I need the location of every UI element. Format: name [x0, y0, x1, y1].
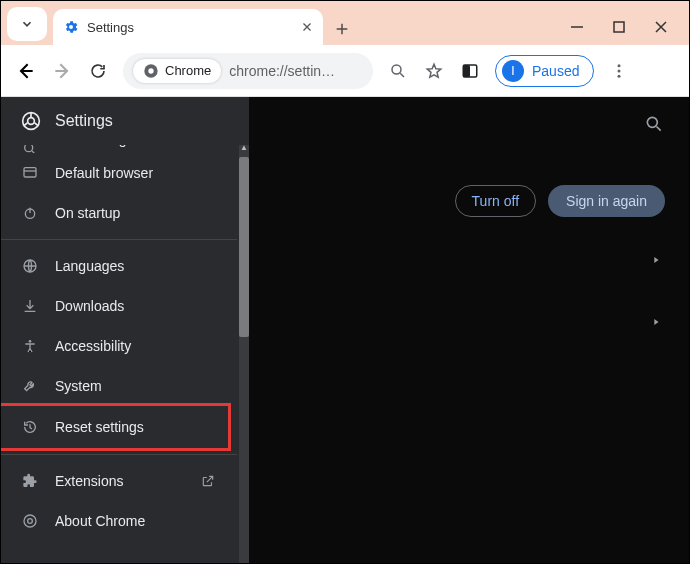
chrome-icon — [143, 63, 159, 79]
divider — [1, 454, 237, 455]
sidebar-item-reset-settings[interactable]: Reset settings — [1, 406, 228, 448]
chrome-icon — [21, 512, 39, 530]
svg-point-17 — [28, 519, 33, 524]
extension-icon — [21, 472, 39, 490]
sidebar-item-label: Default browser — [55, 165, 217, 181]
setting-row-chevron[interactable] — [651, 255, 661, 265]
svg-point-11 — [25, 145, 33, 152]
download-icon — [21, 297, 39, 315]
search-icon — [21, 145, 39, 153]
sidebar-item-accessibility[interactable]: Accessibility — [1, 326, 237, 366]
svg-point-8 — [618, 74, 621, 77]
chevron-right-icon — [651, 317, 661, 327]
search-icon — [644, 114, 664, 134]
svg-point-7 — [618, 69, 621, 72]
window-controls — [567, 17, 689, 45]
globe-icon — [21, 257, 39, 275]
divider — [1, 239, 237, 240]
chrome-logo-icon — [21, 111, 41, 131]
highlight-annotation: Reset settings — [1, 403, 231, 451]
turn-off-button[interactable]: Turn off — [455, 185, 536, 217]
svg-point-6 — [618, 64, 621, 67]
address-bar[interactable]: Chrome chrome://settin… — [123, 53, 373, 89]
sidebar-item-default-browser[interactable]: Default browser — [1, 153, 237, 193]
avatar: I — [502, 60, 524, 82]
sidebar-item-label: Downloads — [55, 298, 217, 314]
maximize-button[interactable] — [609, 17, 629, 37]
profile-paused-chip[interactable]: I Paused — [495, 55, 594, 87]
minimize-button[interactable] — [567, 17, 587, 37]
external-link-icon — [199, 472, 217, 490]
sign-in-again-button[interactable]: Sign in again — [548, 185, 665, 217]
side-panel-icon[interactable] — [459, 60, 481, 82]
site-info-chip[interactable]: Chrome — [133, 59, 221, 83]
svg-point-3 — [392, 65, 401, 74]
search-settings-button[interactable] — [643, 113, 665, 135]
browser-icon — [21, 164, 39, 182]
plus-icon — [334, 21, 350, 37]
gear-icon — [63, 19, 79, 35]
sidebar-item-label: On startup — [55, 205, 217, 221]
svg-rect-12 — [24, 168, 36, 177]
url-text: chrome://settin… — [229, 63, 363, 79]
sidebar-item-about-chrome[interactable]: About Chrome — [1, 501, 237, 541]
back-button[interactable] — [15, 60, 37, 82]
sidebar-item-label: About Chrome — [55, 513, 217, 529]
site-info-text: Chrome — [165, 63, 211, 78]
sidebar-item-search-engine[interactable]: Search engine — [1, 145, 237, 153]
settings-content: Settings ▲ Search engine Default browser — [1, 97, 689, 563]
settings-sidebar: Settings ▲ Search engine Default browser — [1, 97, 249, 563]
sync-action-row: Turn off Sign in again — [455, 185, 665, 217]
paused-label: Paused — [532, 63, 579, 79]
svg-point-10 — [28, 118, 35, 125]
dots-vertical-icon — [610, 62, 628, 80]
forward-button[interactable] — [51, 60, 73, 82]
scroll-up-arrow-icon[interactable]: ▲ — [240, 145, 248, 152]
sidebar-item-system[interactable]: System — [1, 366, 237, 406]
sidebar-item-label: Extensions — [55, 473, 177, 489]
svg-rect-0 — [614, 22, 624, 32]
close-window-button[interactable] — [651, 17, 671, 37]
browser-toolbar: Chrome chrome://settin… I Paused — [1, 45, 689, 97]
sidebar-item-languages[interactable]: Languages — [1, 246, 237, 286]
svg-rect-5 — [463, 65, 470, 77]
svg-point-18 — [647, 117, 657, 127]
sidebar-item-label: System — [55, 378, 217, 394]
svg-point-2 — [148, 68, 153, 73]
settings-main-panel: Turn off Sign in again — [249, 97, 689, 563]
sidebar-item-on-startup[interactable]: On startup — [1, 193, 237, 233]
power-icon — [21, 204, 39, 222]
sidebar-item-label: Languages — [55, 258, 217, 274]
svg-point-16 — [24, 515, 36, 527]
close-icon[interactable] — [301, 21, 313, 33]
scrollbar-thumb[interactable] — [239, 157, 249, 337]
restore-icon — [21, 418, 39, 436]
sidebar-scroll-area: ▲ Search engine Default browser On start… — [1, 145, 249, 563]
accessibility-icon — [21, 337, 39, 355]
browser-tab[interactable]: Settings — [53, 9, 323, 45]
tab-search-button[interactable] — [7, 7, 47, 41]
scrollbar-track[interactable]: ▲ — [239, 145, 249, 563]
titlebar: Settings — [1, 1, 689, 45]
sidebar-header: Settings — [1, 97, 249, 145]
zoom-icon[interactable] — [387, 60, 409, 82]
chevron-down-icon — [20, 17, 34, 31]
sidebar-item-label: Reset settings — [55, 419, 208, 435]
svg-point-15 — [29, 340, 32, 343]
reload-button[interactable] — [87, 60, 109, 82]
chevron-right-icon — [651, 255, 661, 265]
setting-row-chevron[interactable] — [651, 317, 661, 327]
sidebar-item-extensions[interactable]: Extensions — [1, 461, 237, 501]
sidebar-item-downloads[interactable]: Downloads — [1, 286, 237, 326]
bookmark-icon[interactable] — [423, 60, 445, 82]
tab-title: Settings — [87, 20, 293, 35]
sidebar-item-label: Accessibility — [55, 338, 217, 354]
wrench-icon — [21, 377, 39, 395]
kebab-menu-button[interactable] — [608, 60, 630, 82]
sidebar-title: Settings — [55, 112, 113, 130]
sidebar-item-label: Search engine — [55, 145, 217, 147]
new-tab-button[interactable] — [327, 21, 357, 37]
